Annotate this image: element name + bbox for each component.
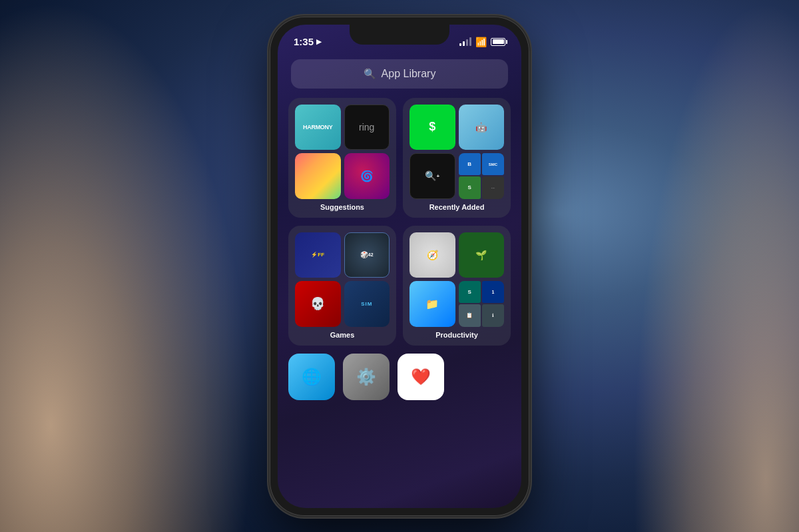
productivity-subgroup[interactable]: S 1 📋 ℹ (459, 281, 505, 327)
search-icon: 🔍 (364, 68, 376, 80)
battery-icon (491, 38, 505, 46)
category-recently-added[interactable]: $ 🤖 🔍+ B SMC S ··· Recently Adde (403, 98, 511, 218)
app-sms-group[interactable]: B SMC S ··· (459, 153, 505, 199)
app-s2[interactable]: S (459, 281, 481, 303)
games-label: Games (330, 331, 355, 339)
app-sms-s[interactable]: S (459, 176, 481, 198)
app-sms-b[interactable]: B (459, 153, 481, 175)
bottom-partial-row: 🌐 ⚙️ ❤️ (288, 354, 511, 400)
app-skull-game[interactable]: 💀 (295, 281, 341, 327)
app-ring[interactable]: ring (344, 105, 390, 150)
suggestions-label: Suggestions (320, 203, 364, 211)
app-library-grid: HARMONY ring 🌀 Suggestions $ (288, 98, 511, 468)
app-bottom-3[interactable]: ❤️ (398, 354, 444, 400)
app-bottom-1[interactable]: 🌐 (288, 354, 335, 400)
app-nova[interactable]: 🌀 (344, 153, 390, 199)
app-sms-smc[interactable]: SMC (482, 153, 504, 175)
app-safari[interactable]: 🧭 (409, 232, 455, 278)
recently-added-apps: $ 🤖 🔍+ B SMC S ··· (409, 105, 504, 199)
status-time: 1:35 ▶ (294, 36, 322, 47)
app-sms-extra[interactable]: ··· (482, 176, 504, 198)
app-cashapp[interactable]: $ (409, 105, 455, 150)
categories-row-1: HARMONY ring 🌀 Suggestions $ (288, 98, 511, 218)
app-bottom-2[interactable]: ⚙️ (343, 354, 390, 400)
app-stocard[interactable] (295, 153, 341, 199)
app-extra1[interactable]: 📋 (459, 304, 481, 326)
app-sim[interactable]: SIM (344, 281, 390, 327)
app-extra2[interactable]: ℹ (482, 304, 504, 326)
categories-row-2: ⚡FF 🎲42 💀 SIM Games 🧭 (288, 226, 511, 346)
recently-added-label: Recently Added (429, 203, 485, 211)
status-icons: 📶 (459, 37, 505, 47)
time-display: 1:35 (294, 36, 314, 47)
app-files[interactable]: 📁 (409, 281, 455, 327)
search-placeholder: App Library (382, 68, 436, 80)
search-bar[interactable]: 🔍 App Library (291, 59, 508, 89)
notch (350, 25, 449, 45)
app-final-fantasy[interactable]: ⚡FF (295, 232, 341, 278)
hand-left (0, 0, 253, 532)
app-1password[interactable]: 1 (482, 281, 504, 303)
app-dice[interactable]: 🎲42 (344, 232, 390, 278)
games-apps: ⚡FF 🎲42 💀 SIM (295, 232, 390, 327)
category-suggestions[interactable]: HARMONY ring 🌀 Suggestions (288, 98, 396, 218)
app-woebot[interactable]: 🤖 (459, 105, 505, 150)
productivity-apps: 🧭 🌱 📁 S 1 📋 ℹ (409, 232, 504, 327)
phone-screen: 1:35 ▶ 📶 🔍 App Library (278, 25, 521, 508)
productivity-label: Productivity (435, 331, 478, 339)
suggestions-apps: HARMONY ring 🌀 (295, 105, 390, 199)
app-harmony[interactable]: HARMONY (295, 105, 341, 150)
wifi-icon: 📶 (475, 37, 487, 47)
category-productivity[interactable]: 🧭 🌱 📁 S 1 📋 ℹ Productivity (403, 226, 511, 346)
hand-right (633, 0, 799, 532)
app-robinhood[interactable]: 🌱 (459, 232, 505, 278)
location-icon: ▶ (316, 38, 322, 45)
category-games[interactable]: ⚡FF 🎲42 💀 SIM Games (288, 226, 396, 346)
app-lupa[interactable]: 🔍+ (409, 153, 455, 199)
phone-frame: 1:35 ▶ 📶 🔍 App Library (270, 17, 529, 516)
signal-icon (459, 38, 471, 46)
